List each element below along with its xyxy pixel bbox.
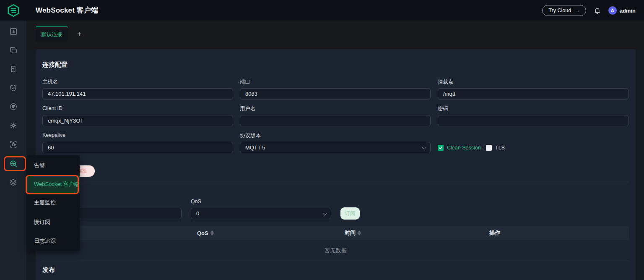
username-label: admin bbox=[620, 8, 636, 14]
arrow-right-icon: → bbox=[574, 8, 580, 13]
qos-select[interactable]: 0 bbox=[191, 208, 331, 219]
protocol-select[interactable]: MQTT 5 bbox=[240, 142, 431, 153]
tls-checkbox[interactable]: TLS bbox=[486, 145, 505, 151]
emqx-logo-icon bbox=[6, 3, 21, 18]
sidebar-item-subscriptions[interactable] bbox=[0, 61, 26, 76]
rule-engine-icon bbox=[9, 102, 18, 111]
subscribe-button[interactable]: 订阅 bbox=[340, 207, 360, 220]
sidebar-item-dashboard[interactable] bbox=[0, 24, 26, 39]
password-label: 密码 bbox=[438, 105, 448, 113]
user-menu[interactable]: A admin bbox=[608, 6, 636, 15]
tab-default-connection[interactable]: 默认连接 bbox=[36, 26, 68, 42]
qos-value: 0 bbox=[196, 210, 199, 217]
column-qos[interactable]: QoS bbox=[197, 226, 214, 240]
menu-item-topic-monitor[interactable]: 主题监控 bbox=[27, 193, 80, 212]
hostname-label: 主机名 bbox=[42, 79, 58, 86]
notification-bell-icon[interactable] bbox=[594, 7, 601, 14]
port-input[interactable] bbox=[240, 88, 431, 99]
sidebar-item-data[interactable] bbox=[0, 175, 26, 190]
menu-item-slow-subscription[interactable]: 慢订阅 bbox=[27, 212, 80, 231]
keepalive-input[interactable] bbox=[42, 142, 233, 153]
sidebar-item-connections[interactable] bbox=[0, 43, 26, 58]
section-divider bbox=[42, 182, 629, 182]
protocol-label: 协议版本 bbox=[240, 132, 261, 139]
checkbox-unchecked-icon bbox=[486, 145, 492, 151]
layers-icon bbox=[9, 178, 17, 186]
sidebar-nav bbox=[0, 21, 26, 280]
hostname-input[interactable] bbox=[42, 88, 233, 99]
header-actions: Try Cloud → A admin bbox=[542, 0, 636, 21]
clean-session-checkbox[interactable]: Clean Session bbox=[438, 145, 481, 151]
dashboard-icon bbox=[9, 27, 18, 36]
tab-strip: 默认连接 + bbox=[26, 21, 644, 49]
column-actions: 操作 bbox=[489, 226, 500, 240]
chevron-down-icon bbox=[323, 212, 327, 216]
app-window: WebSocket 客户端 Try Cloud → A admin bbox=[0, 0, 644, 280]
sort-icon[interactable] bbox=[358, 230, 361, 236]
try-cloud-label: Try Cloud bbox=[548, 8, 571, 13]
mountpoint-input[interactable] bbox=[438, 88, 628, 99]
websocket-client-card: 连接配置 主机名 端口 挂载点 Client ID 用户名 密码 Keepali… bbox=[36, 49, 636, 280]
clean-session-label: Clean Session bbox=[447, 145, 481, 151]
shield-check-icon bbox=[9, 84, 17, 92]
subscriptions-table-header: Topic QoS 时间 操作 bbox=[42, 226, 629, 240]
column-time[interactable]: 时间 bbox=[345, 226, 361, 240]
top-header: WebSocket 客户端 Try Cloud → A admin bbox=[0, 0, 644, 21]
page-title: WebSocket 客户端 bbox=[36, 5, 99, 15]
mountpoint-label: 挂载点 bbox=[438, 79, 454, 86]
table-empty-state: 暂无数据 bbox=[42, 240, 629, 261]
client-id-input[interactable] bbox=[42, 115, 233, 126]
sidebar-item-management[interactable] bbox=[0, 118, 26, 133]
diagnose-submenu: 告警 WebSocket 客户端 主题监控 慢订阅 日志追踪 bbox=[27, 155, 80, 251]
qos-label: QoS bbox=[191, 199, 201, 204]
avatar: A bbox=[608, 6, 617, 15]
extensions-icon bbox=[9, 140, 18, 149]
port-label: 端口 bbox=[240, 79, 250, 86]
keepalive-label: Keepalive bbox=[42, 132, 65, 138]
emqx-logo[interactable] bbox=[0, 3, 26, 18]
bookmark-plus-icon bbox=[9, 65, 17, 73]
sort-icon[interactable] bbox=[210, 230, 214, 236]
sidebar-item-diagnose[interactable] bbox=[0, 156, 26, 171]
menu-item-alarm[interactable]: 告警 bbox=[27, 155, 80, 175]
connections-icon bbox=[9, 46, 18, 55]
connection-config-title: 连接配置 bbox=[42, 61, 68, 69]
chevron-down-icon bbox=[422, 146, 426, 150]
menu-item-websocket-client[interactable]: WebSocket 客户端 bbox=[27, 175, 80, 193]
protocol-value: MQTT 5 bbox=[245, 144, 265, 151]
checkbox-checked-icon bbox=[438, 145, 444, 151]
gear-icon bbox=[9, 121, 18, 130]
diagnose-pulse-icon bbox=[9, 160, 18, 168]
publish-section-title: 发布 bbox=[42, 266, 55, 274]
password-input[interactable] bbox=[438, 115, 628, 126]
try-cloud-button[interactable]: Try Cloud → bbox=[542, 5, 586, 16]
tls-label: TLS bbox=[495, 145, 505, 151]
menu-item-log-trace[interactable]: 日志追踪 bbox=[27, 231, 80, 250]
client-id-label: Client ID bbox=[42, 105, 62, 111]
sidebar-item-access-control[interactable] bbox=[0, 80, 26, 95]
username-input[interactable] bbox=[240, 115, 431, 126]
sidebar-item-rule-engine[interactable] bbox=[0, 99, 26, 114]
username-label: 用户名 bbox=[240, 105, 256, 113]
sidebar-item-extensions[interactable] bbox=[0, 137, 26, 152]
add-tab-button[interactable]: + bbox=[72, 26, 87, 42]
